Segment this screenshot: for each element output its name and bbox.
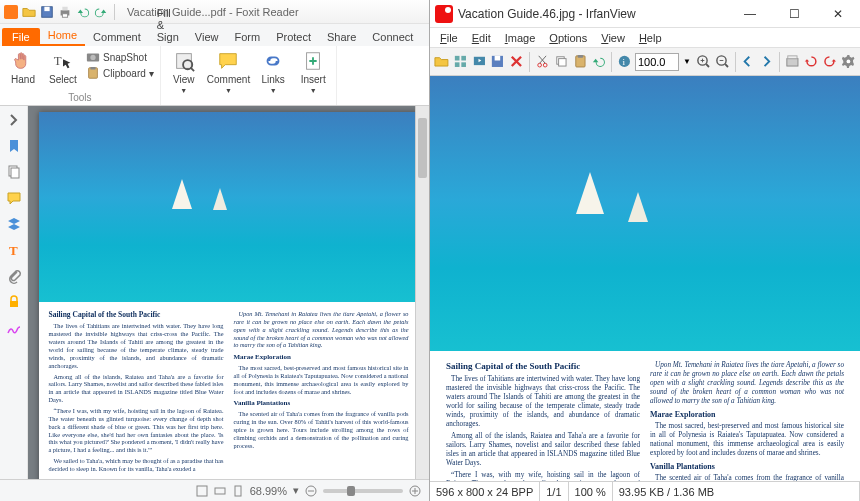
delete-icon[interactable]: [508, 52, 525, 72]
svg-rect-18: [11, 168, 19, 178]
prev-image-icon[interactable]: [739, 52, 756, 72]
svg-rect-20: [10, 301, 18, 307]
dropdown-icon: ▾: [149, 68, 154, 79]
insert-button[interactable]: Insert▼: [296, 50, 330, 94]
chevron-down-icon: ▼: [310, 87, 317, 94]
clipboard-icon: [86, 66, 100, 80]
foxit-window: Vacation Guide...pdf - Foxit Reader File…: [0, 0, 430, 501]
attachments-icon[interactable]: [6, 268, 22, 284]
save-icon[interactable]: [40, 5, 54, 19]
bookmarks-icon[interactable]: [6, 138, 22, 154]
close-button[interactable]: ✕: [816, 0, 860, 28]
chevron-down-icon: ▼: [270, 87, 277, 94]
svg-rect-2: [44, 6, 49, 10]
vertical-scrollbar[interactable]: [415, 106, 429, 479]
fit-width-icon[interactable]: [214, 485, 226, 497]
fit-visible-icon[interactable]: [232, 485, 244, 497]
select-tool-button[interactable]: T Select: [46, 50, 80, 85]
pdf-page: Sailing Capital of the South Pacific The…: [39, 112, 419, 479]
paragraph: The lives of Tahitians are intertwined w…: [446, 375, 640, 429]
menu-file[interactable]: File: [434, 30, 464, 46]
settings-icon[interactable]: [840, 52, 857, 72]
layers-icon[interactable]: [6, 216, 22, 232]
menu-help[interactable]: Help: [633, 30, 668, 46]
right-column: Upon Mt. Temehani in Raiatea lives the t…: [650, 361, 844, 471]
svg-point-37: [543, 63, 547, 67]
cut-icon[interactable]: [534, 52, 551, 72]
fit-page-icon[interactable]: [196, 485, 208, 497]
security-icon[interactable]: [6, 294, 22, 310]
irfanview-window: Vacation Guide.46.jpg - IrfanView — ☐ ✕ …: [430, 0, 860, 501]
zoom-in-icon[interactable]: [409, 485, 421, 497]
left-column: Sailing Capital of the South Pacific The…: [446, 361, 640, 471]
nav-collapse-icon[interactable]: [6, 112, 22, 128]
menu-image[interactable]: Image: [499, 30, 542, 46]
tab-home[interactable]: Home: [40, 26, 85, 46]
tab-connect[interactable]: Connect: [364, 28, 421, 46]
menu-edit[interactable]: Edit: [466, 30, 497, 46]
comment-button[interactable]: Comment▼: [207, 50, 250, 94]
chevron-down-icon[interactable]: ▾: [293, 484, 299, 497]
tab-share[interactable]: Share: [319, 28, 364, 46]
info-icon[interactable]: i: [616, 52, 633, 72]
links-button[interactable]: Links▼: [256, 50, 290, 94]
scan-icon[interactable]: [784, 52, 801, 72]
slideshow-icon[interactable]: [471, 52, 488, 72]
zoom-out-icon[interactable]: [305, 485, 317, 497]
svg-rect-29: [455, 56, 460, 61]
redo-icon[interactable]: [94, 5, 108, 19]
maximize-button[interactable]: ☐: [772, 0, 816, 28]
zoom-slider[interactable]: [323, 489, 403, 493]
menu-options[interactable]: Options: [543, 30, 593, 46]
comments-panel-icon[interactable]: [6, 190, 22, 206]
comment-label: Comment: [207, 74, 250, 85]
paragraph: Among all of the islands, Raiatea and Ta…: [49, 373, 224, 404]
open-icon[interactable]: [22, 5, 36, 19]
tab-form[interactable]: Form: [226, 28, 268, 46]
svg-rect-35: [495, 56, 501, 61]
svg-point-53: [847, 60, 851, 64]
zoom-out-icon[interactable]: [714, 52, 731, 72]
sailboat-shape: [213, 188, 227, 210]
irfanview-logo-icon: [435, 5, 453, 23]
view-button[interactable]: View▼: [167, 50, 201, 94]
save-icon[interactable]: [489, 52, 506, 72]
tab-protect[interactable]: Protect: [268, 28, 319, 46]
undo-icon[interactable]: [590, 52, 607, 72]
tab-comment[interactable]: Comment: [85, 28, 149, 46]
separator: [735, 52, 736, 72]
irfanview-image-area[interactable]: Sailing Capital of the South Pacific The…: [430, 76, 860, 481]
paste-icon[interactable]: [572, 52, 589, 72]
next-image-icon[interactable]: [758, 52, 775, 72]
minimize-button[interactable]: —: [728, 0, 772, 28]
zoom-dropdown-icon[interactable]: ▼: [681, 57, 693, 66]
rotate-left-icon[interactable]: [803, 52, 820, 72]
pages-icon[interactable]: [6, 164, 22, 180]
snapshot-button[interactable]: SnapShot: [86, 50, 154, 64]
zoom-in-icon[interactable]: [695, 52, 712, 72]
article-heading: Sailing Capital of the South Pacific: [49, 310, 224, 319]
print-icon[interactable]: [58, 5, 72, 19]
tab-fill-sign[interactable]: Fill & Sign: [149, 4, 187, 46]
irfanview-title: Vacation Guide.46.jpg - IrfanView: [458, 7, 728, 21]
tab-file[interactable]: File: [2, 28, 40, 46]
thumbnails-icon[interactable]: [452, 52, 469, 72]
foxit-titlebar: Vacation Guide...pdf - Foxit Reader: [0, 0, 429, 24]
zoom-input[interactable]: [635, 53, 679, 71]
rotate-right-icon[interactable]: [821, 52, 838, 72]
copy-icon[interactable]: [553, 52, 570, 72]
undo-icon[interactable]: [76, 5, 90, 19]
svg-text:i: i: [623, 57, 626, 67]
menu-view[interactable]: View: [595, 30, 631, 46]
subheading: Vanilla Plantations: [650, 462, 844, 472]
text-tool-icon[interactable]: T: [6, 242, 22, 258]
open-icon[interactable]: [433, 52, 450, 72]
insert-label: Insert: [301, 74, 326, 85]
foxit-document-area[interactable]: Sailing Capital of the South Pacific The…: [28, 106, 429, 479]
hand-tool-button[interactable]: Hand: [6, 50, 40, 85]
signatures-icon[interactable]: [6, 320, 22, 336]
clipboard-button[interactable]: Clipboard▾: [86, 66, 154, 80]
hand-label: Hand: [11, 74, 35, 85]
irfanview-toolbar: i ▼: [430, 48, 860, 76]
tab-view[interactable]: View: [187, 28, 227, 46]
